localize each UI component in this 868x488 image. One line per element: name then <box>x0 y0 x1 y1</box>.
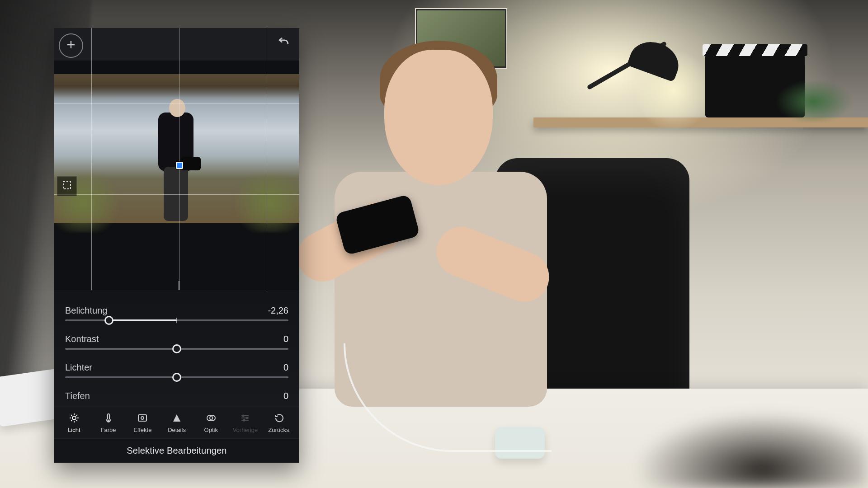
tool-licht[interactable]: Licht <box>57 410 91 436</box>
tool-farbe[interactable]: Farbe <box>91 410 126 436</box>
svg-rect-3 <box>138 415 146 421</box>
tool-label: Optik <box>204 427 218 433</box>
confirm-button[interactable] <box>278 444 293 458</box>
add-button[interactable] <box>59 33 83 58</box>
sliders-icon <box>240 413 250 425</box>
edited-photo <box>54 74 299 223</box>
svg-point-4 <box>141 417 144 419</box>
svg-point-8 <box>246 417 248 418</box>
slider-tiefen: Tiefen 0 <box>65 391 288 401</box>
svg-point-9 <box>244 419 245 421</box>
slider-value: 0 <box>283 362 288 373</box>
plant <box>764 81 863 122</box>
tool-optik[interactable]: Optik <box>194 410 228 436</box>
sun-icon <box>69 413 80 425</box>
tool-label: Licht <box>68 427 80 433</box>
footer: Selektive Bearbeitungen <box>54 438 299 463</box>
slider-label: Lichter <box>65 362 92 373</box>
tool-label: Vorherige <box>233 427 258 433</box>
tool-label: Details <box>168 427 186 433</box>
slider-lichter: Lichter 0 <box>65 362 288 378</box>
svg-point-7 <box>243 415 244 416</box>
svg-point-2 <box>108 420 109 421</box>
svg-point-1 <box>72 416 76 420</box>
tool-label: Effekte <box>133 427 151 433</box>
tool-label: Farbe <box>101 427 116 433</box>
sliders-panel: Belichtung -2,26 Kontrast 0 Lichter <box>54 290 299 407</box>
slider-value: 0 <box>283 391 288 401</box>
undo-icon <box>277 34 291 49</box>
triangle-icon <box>171 413 182 425</box>
tool-label: Zurücks. <box>268 427 291 433</box>
tool-zuruecks[interactable]: Zurücks. <box>262 410 297 436</box>
undo-button[interactable] <box>275 33 293 51</box>
slider-track-lichter[interactable] <box>65 376 288 378</box>
slider-label: Tiefen <box>65 391 90 401</box>
lightroom-mobile-panel: Belichtung -2,26 Kontrast 0 Lichter <box>54 28 299 463</box>
slider-label: Kontrast <box>65 334 99 344</box>
lens-icon <box>206 413 217 425</box>
svg-rect-0 <box>63 182 71 189</box>
thermometer-icon <box>103 413 114 425</box>
slider-track-kontrast[interactable] <box>65 348 288 350</box>
tool-effekte[interactable]: Effekte <box>125 410 160 436</box>
slider-belichtung: Belichtung -2,26 <box>65 305 288 321</box>
slider-value: -2,26 <box>268 305 288 316</box>
slider-track-belichtung[interactable] <box>65 319 288 321</box>
tool-details[interactable]: Details <box>160 410 194 436</box>
mask-control-point[interactable] <box>176 162 183 169</box>
slider-kontrast: Kontrast 0 <box>65 334 288 350</box>
plus-icon <box>66 39 76 52</box>
vignette-icon <box>137 413 148 425</box>
tools-row: Licht Farbe Effekte Details Optik <box>54 407 299 438</box>
desk-lamp <box>579 18 678 117</box>
image-canvas[interactable] <box>54 61 299 290</box>
tool-vorherige: Vorherige <box>228 410 263 436</box>
close-button[interactable] <box>61 444 75 458</box>
slider-label: Belichtung <box>65 305 107 316</box>
slider-value: 0 <box>283 334 288 344</box>
selection-icon <box>61 180 72 192</box>
photo-grass-right <box>227 174 299 232</box>
selection-tool-button[interactable] <box>57 176 77 196</box>
topbar <box>54 28 299 61</box>
footer-title: Selektive Bearbeitungen <box>75 446 278 456</box>
revert-icon <box>274 413 285 425</box>
